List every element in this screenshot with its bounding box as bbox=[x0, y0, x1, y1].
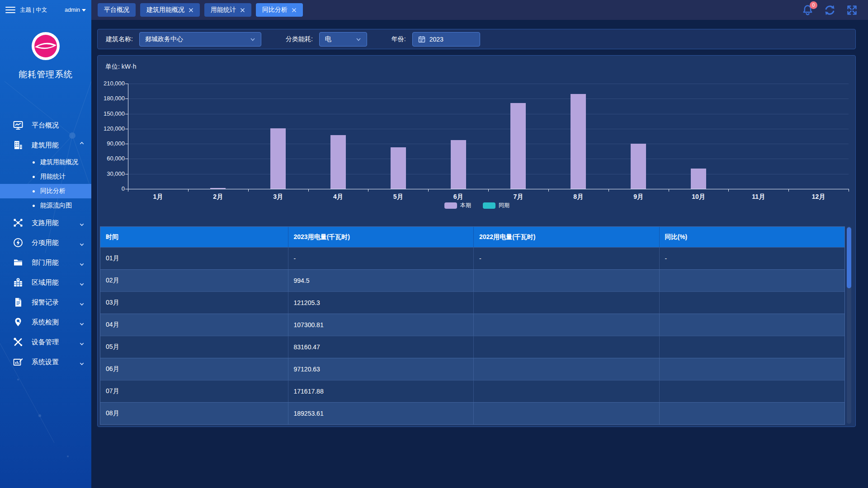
bar-current-period[interactable] bbox=[391, 147, 406, 189]
bar-current-period[interactable] bbox=[631, 144, 646, 189]
gridline bbox=[128, 84, 849, 84]
building-icon bbox=[13, 140, 24, 150]
user-menu[interactable]: admin bbox=[65, 7, 86, 13]
content-panel: 单位: kW·h 210,000180,000150,000120,00090,… bbox=[97, 55, 856, 427]
building-name-label: 建筑名称: bbox=[106, 35, 133, 43]
bar-current-period[interactable] bbox=[330, 135, 346, 189]
username: admin bbox=[65, 7, 80, 13]
x-axis-tick-label: 12月 bbox=[788, 193, 849, 201]
bar-current-period[interactable] bbox=[691, 169, 706, 189]
fullscreen-icon[interactable] bbox=[846, 4, 858, 16]
legend-item[interactable]: 同期 bbox=[483, 202, 509, 209]
sidebar-item-2[interactable]: 支路用能 bbox=[0, 213, 91, 233]
refresh-icon[interactable] bbox=[824, 4, 836, 16]
legend-swatch-icon bbox=[483, 202, 495, 209]
sidebar-item-4[interactable]: 部门用能 bbox=[0, 253, 91, 272]
sidebar-subitem-label: 建筑用能概况 bbox=[40, 158, 78, 166]
notifications-bell-icon[interactable]: 0 bbox=[802, 4, 814, 16]
chart-legend: 本期同期 bbox=[98, 202, 856, 209]
year-picker[interactable]: 2023 bbox=[412, 32, 480, 47]
table-scrollbar-thumb[interactable] bbox=[847, 227, 851, 288]
table-header-cell: 2022用电量(千瓦时) bbox=[474, 227, 660, 247]
table-row: 06月97120.63 bbox=[100, 358, 844, 380]
tab-label: 同比分析 bbox=[262, 6, 288, 14]
table-cell bbox=[474, 403, 660, 424]
sidebar-item-label: 分项用能 bbox=[32, 239, 59, 247]
x-axis-tick bbox=[128, 189, 128, 192]
table-cell bbox=[660, 314, 845, 336]
bullet-icon bbox=[33, 176, 35, 178]
table-header-cell: 同比(%) bbox=[660, 227, 845, 247]
y-axis-tick-label: 150,000 bbox=[98, 110, 125, 117]
x-axis-tick-label: 8月 bbox=[548, 193, 609, 201]
sidebar-item-5[interactable]: 区域用能 bbox=[0, 272, 91, 292]
sidebar-subitem-0[interactable]: 建筑用能概况 bbox=[0, 155, 91, 169]
tab-1[interactable]: 建筑用能概况 bbox=[140, 3, 200, 17]
x-axis-tick bbox=[849, 189, 849, 192]
x-axis-tick-label: 5月 bbox=[368, 193, 428, 201]
bar-current-period[interactable] bbox=[571, 94, 586, 189]
table-cell bbox=[474, 380, 660, 402]
tab-close-icon[interactable] bbox=[240, 8, 245, 13]
legend-swatch-icon bbox=[444, 202, 457, 209]
sidebar-subitem-3[interactable]: 能源流向图 bbox=[0, 198, 91, 213]
sidebar-item-9[interactable]: 系统设置 bbox=[0, 352, 91, 372]
topbar-icons: 0 bbox=[802, 0, 858, 20]
tab-0[interactable]: 平台概况 bbox=[98, 3, 136, 17]
energy-type-select[interactable]: 电 bbox=[319, 32, 367, 47]
y-axis-tick-label: 180,000 bbox=[98, 95, 125, 102]
table-scrollbar[interactable] bbox=[847, 226, 851, 424]
chart-pen-icon bbox=[13, 357, 24, 367]
bar-current-period[interactable] bbox=[270, 128, 286, 189]
year-picker-value: 2023 bbox=[429, 36, 474, 43]
main-area: 平台概况建筑用能概况用能统计同比分析 0 bbox=[91, 0, 868, 488]
sidebar-subitem-1[interactable]: 用能统计 bbox=[0, 169, 91, 184]
table-cell: 06月 bbox=[100, 358, 288, 380]
tab-close-icon[interactable] bbox=[189, 8, 193, 13]
x-axis-tick bbox=[609, 189, 609, 192]
sidebar-subitem-2[interactable]: 同比分析 bbox=[0, 184, 91, 198]
legend-item[interactable]: 本期 bbox=[444, 202, 471, 209]
tab-3[interactable]: 同比分析 bbox=[256, 3, 303, 17]
hamburger-menu-icon[interactable] bbox=[5, 7, 15, 13]
table-cell: 189253.61 bbox=[288, 403, 474, 424]
tab-bar: 平台概况建筑用能概况用能统计同比分析 bbox=[98, 3, 303, 17]
theme-language-switch[interactable]: 主题 | 中文 bbox=[20, 6, 47, 14]
sidebar-menu: 平台概况建筑用能建筑用能概况用能统计同比分析能源流向图支路用能分项用能部门用能区… bbox=[0, 115, 91, 372]
sidebar-item-8[interactable]: 设备管理 bbox=[0, 332, 91, 352]
sidebar-item-label: 支路用能 bbox=[32, 219, 59, 227]
sidebar-item-label: 建筑用能 bbox=[32, 141, 59, 150]
sidebar-item-6[interactable]: 报警记录 bbox=[0, 292, 91, 312]
gridline bbox=[128, 144, 849, 144]
map-pin-icon bbox=[13, 277, 24, 288]
table-cell: 08月 bbox=[100, 403, 288, 424]
tab-close-icon[interactable] bbox=[292, 8, 297, 13]
x-axis-tick-label: 11月 bbox=[728, 193, 788, 201]
bar-current-period[interactable] bbox=[510, 103, 526, 189]
chevron-up-icon bbox=[80, 143, 84, 147]
document-icon bbox=[13, 297, 24, 308]
table-cell bbox=[474, 292, 660, 314]
bar-current-period[interactable] bbox=[210, 188, 226, 189]
calendar-icon bbox=[418, 36, 425, 43]
table-cell: 02月 bbox=[100, 270, 288, 291]
table-cell: 171617.88 bbox=[288, 380, 474, 402]
tab-2[interactable]: 用能统计 bbox=[204, 3, 251, 17]
table-row: 05月83160.47 bbox=[100, 336, 844, 358]
y-axis-tick-label: 210,000 bbox=[98, 80, 125, 87]
sidebar-item-7[interactable]: 系统检测 bbox=[0, 312, 91, 332]
building-select[interactable]: 郯城政务中心 bbox=[139, 32, 261, 47]
x-axis-tick bbox=[428, 189, 429, 192]
gridline bbox=[128, 99, 849, 99]
table-cell: 121205.3 bbox=[288, 292, 474, 314]
bar-current-period[interactable] bbox=[451, 140, 466, 189]
table-cell: - bbox=[474, 248, 660, 269]
table-cell: 04月 bbox=[100, 314, 288, 336]
sidebar-item-1[interactable]: 建筑用能 bbox=[0, 135, 91, 155]
sidebar-item-label: 系统设置 bbox=[32, 358, 59, 366]
sidebar-item-3[interactable]: 分项用能 bbox=[0, 233, 91, 253]
sidebar-subitem-label: 能源流向图 bbox=[40, 202, 72, 210]
sidebar-item-label: 设备管理 bbox=[32, 338, 59, 347]
chevron-down-icon bbox=[80, 300, 84, 305]
sidebar-item-0[interactable]: 平台概况 bbox=[0, 115, 91, 135]
